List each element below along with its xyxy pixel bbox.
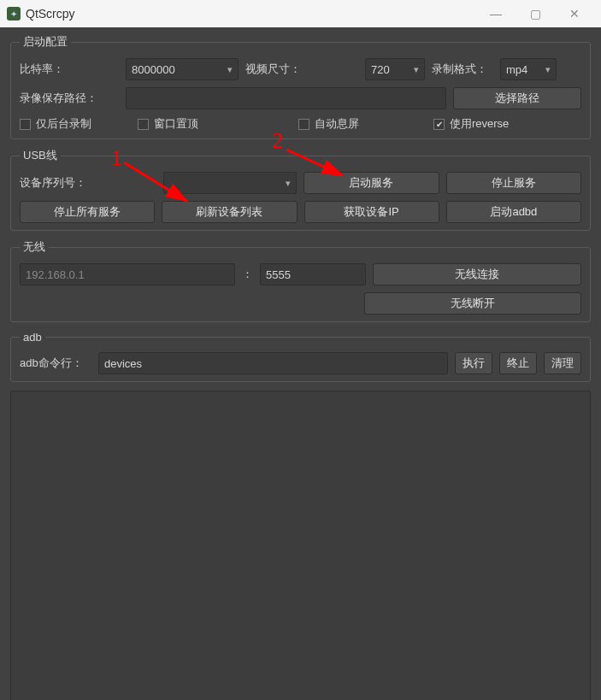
chk-reverse-label: 使用reverse (450, 116, 509, 132)
stop-all-button[interactable]: 停止所有服务 (20, 201, 155, 223)
chk-background[interactable]: 仅后台录制 (20, 116, 131, 132)
chk-reverse[interactable]: ✔ 使用reverse (433, 116, 509, 132)
adb-execute-button[interactable]: 执行 (455, 352, 492, 374)
wireless-group: 无线 192.168.0.1 ： 5555 无线连接 无线断开 (10, 239, 591, 322)
adb-group: adb adb命令行： devices 执行 终止 清理 (10, 331, 591, 382)
checkbox-icon (20, 119, 31, 130)
usb-legend: USB线 (20, 148, 61, 163)
wireless-legend: 无线 (20, 239, 49, 255)
close-button[interactable]: ✕ (555, 0, 594, 27)
get-ip-button[interactable]: 获取设备IP (304, 201, 439, 223)
videosize-select[interactable]: 720 (365, 58, 425, 80)
chk-autosleep-label: 自动息屏 (315, 116, 359, 132)
checkbox-icon: ✔ (433, 119, 445, 130)
wireless-port-input[interactable]: 5555 (260, 263, 366, 285)
chk-topmost-label: 窗口置顶 (154, 116, 198, 132)
checkbox-icon (298, 119, 309, 130)
stop-service-button[interactable]: 停止服务 (446, 172, 582, 194)
adb-legend: adb (20, 331, 45, 344)
adb-output-area[interactable] (10, 391, 591, 700)
startup-legend: 启动配置 (20, 34, 71, 50)
titlebar: ✦ QtScrcpy — ▢ ✕ (0, 0, 601, 27)
app-icon: ✦ (7, 7, 21, 21)
serial-select[interactable] (163, 172, 297, 194)
savepath-label: 录像保存路径： (20, 91, 119, 106)
choose-path-button[interactable]: 选择路径 (453, 87, 581, 109)
minimize-button[interactable]: — (476, 0, 516, 27)
wireless-ip-input[interactable]: 192.168.0.1 (20, 263, 235, 285)
adb-stop-button[interactable]: 终止 (499, 352, 537, 374)
wireless-disconnect-button[interactable]: 无线断开 (364, 292, 581, 315)
usb-group: USB线 设备序列号： 启动服务 停止服务 停止所有服务 刷新设备列表 获取设备… (10, 148, 591, 231)
wireless-connect-button[interactable]: 无线连接 (373, 263, 581, 285)
chk-background-label: 仅后台录制 (36, 116, 91, 132)
startup-config-group: 启动配置 比特率： 8000000 视频尺寸： 720 录制格式： mp4 录像… (10, 34, 591, 139)
bitrate-select[interactable]: 8000000 (126, 58, 239, 80)
bitrate-label: 比特率： (20, 62, 119, 77)
serial-label: 设备序列号： (20, 175, 156, 191)
chk-topmost[interactable]: 窗口置顶 (138, 116, 292, 132)
recordfmt-label: 录制格式： (432, 62, 493, 77)
videosize-label: 视频尺寸： (245, 62, 358, 77)
start-service-button[interactable]: 启动服务 (303, 172, 439, 194)
adb-cmd-input[interactable]: devices (98, 352, 448, 374)
wireless-colon: ： (242, 267, 253, 282)
chk-autosleep[interactable]: 自动息屏 (298, 116, 427, 132)
refresh-devices-button[interactable]: 刷新设备列表 (162, 201, 297, 223)
adb-clear-button[interactable]: 清理 (544, 352, 581, 374)
checkbox-icon (138, 119, 149, 130)
start-adbd-button[interactable]: 启动adbd (446, 201, 581, 223)
adb-cmd-label: adb命令行： (20, 356, 91, 371)
app-title: QtScrcpy (26, 7, 476, 21)
savepath-input[interactable] (126, 87, 446, 109)
recordfmt-select[interactable]: mp4 (500, 58, 557, 80)
maximize-button[interactable]: ▢ (516, 0, 555, 27)
